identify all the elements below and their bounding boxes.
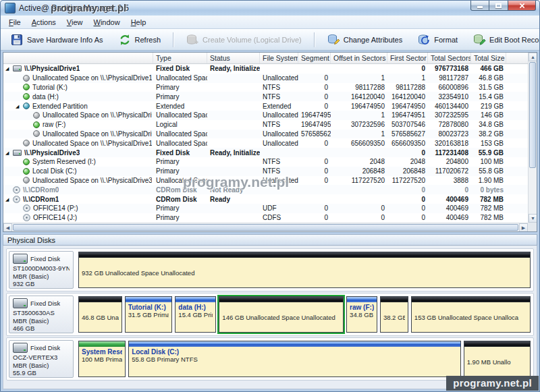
row-cell: Primary	[153, 93, 207, 101]
toolbar-separator	[314, 32, 315, 47]
row-cell: Unallocated	[260, 74, 298, 82]
edit-boot-records-button[interactable]: Edit Boot Records	[468, 32, 540, 48]
scrollbar-corner	[528, 223, 537, 231]
partition-bar[interactable]: raw (F:)34.8 GB	[346, 296, 377, 333]
row-cell: Unallocated Space	[153, 177, 207, 184]
refresh-button[interactable]: Refresh	[114, 32, 165, 48]
table-row[interactable]: OFFICE14 (P:)PrimaryUDF000400469782 MB	[3, 204, 528, 213]
disk-info-line: MBR (Basic)	[13, 362, 70, 370]
row-cell: NTFS	[260, 93, 298, 101]
table-row[interactable]: raw (F:)LogicalNTFS196474950307232596503…	[3, 120, 528, 130]
partition-bar[interactable]: data (H:)15.4 GB Primar	[175, 296, 216, 333]
expander-icon[interactable]	[5, 197, 13, 202]
row-cell: CDRom Disk	[153, 196, 207, 203]
table-row[interactable]: System Reserved (I:)PrimaryNTFS020482048…	[3, 157, 528, 167]
toolbar-button-label: Format	[434, 36, 458, 44]
row-cell: 503707546	[387, 121, 428, 128]
disk-strip: Fixed DiskST3500630ASMBR (Basic)466 GB46…	[6, 293, 534, 336]
scroll-left-icon[interactable]	[3, 223, 12, 232]
expander-icon[interactable]	[5, 150, 13, 155]
partition-bar[interactable]: 38.2 GB U	[380, 296, 408, 333]
maximize-button[interactable]	[489, 1, 508, 11]
close-icon	[519, 3, 525, 9]
menu-item-help[interactable]: Help	[126, 17, 152, 28]
table-row[interactable]: data (H:)PrimaryNTFS01641200401641200403…	[3, 92, 528, 101]
partition-bar[interactable]: Tutorial (K:)31.5 GB Primar	[125, 296, 173, 333]
minimize-button[interactable]	[470, 1, 489, 11]
row-label: \\.\PhysicalDrive3	[24, 149, 80, 157]
disk-info-top: Fixed Disk	[13, 343, 70, 353]
row-cell: NTFS	[260, 167, 298, 175]
app-icon[interactable]	[5, 3, 16, 13]
table-row[interactable]: Tutorial (K:)PrimaryNTFS0981172889811728…	[3, 83, 528, 92]
menu-item-actions[interactable]: Actions	[26, 17, 61, 28]
horizontal-scroll-thumb[interactable]	[13, 224, 518, 231]
partition-bar[interactable]: 1.90 MB Unallo	[464, 341, 531, 377]
table-row[interactable]: Unallocated Space on \\.\PhysicalDrive1U…	[3, 74, 528, 83]
column-header-segment[interactable]: Segment	[298, 53, 331, 63]
table-row[interactable]: \\.\CDRom0CDRom DiskNot Ready000 bytes	[3, 185, 528, 194]
change-attributes-button[interactable]: Change Attributes	[323, 32, 406, 48]
row-name-cell: \\.\PhysicalDrive1	[3, 65, 153, 72]
column-header-file-system[interactable]: File System	[260, 53, 298, 63]
row-label: OFFICE14 (J:)	[33, 214, 77, 221]
drive-icon	[13, 254, 28, 264]
row-cell: Extended	[260, 103, 298, 110]
partition-bar[interactable]: Local Disk (C:)55.8 GB Primary NTFS	[128, 341, 461, 377]
vertical-scroll-track[interactable]	[529, 169, 537, 214]
expander-icon[interactable]	[5, 66, 13, 71]
scroll-down-icon[interactable]	[529, 214, 537, 223]
column-header-name[interactable]	[3, 53, 153, 63]
save-hardware-info-as-button[interactable]: Save Hardware Info As	[6, 32, 107, 48]
unallocated-icon	[23, 75, 30, 82]
table-row[interactable]: \\.\PhysicalDrive1Fixed DiskReady, Initi…	[3, 64, 528, 74]
row-cell: 0	[298, 103, 331, 110]
table-row[interactable]: Unallocated Space on \\.\PhysicalDrive1U…	[3, 138, 528, 148]
title-bar[interactable]: Active@ Partition Manager 2.5 programy.n…	[1, 1, 539, 16]
menu-item-file[interactable]: File	[3, 17, 26, 28]
scroll-right-icon[interactable]	[519, 223, 528, 232]
partition-bar[interactable]: 46.8 GB Unallo	[78, 296, 122, 333]
table-row[interactable]: \\.\PhysicalDrive3Fixed DiskReady, Initi…	[3, 148, 528, 157]
menu-item-view[interactable]: View	[61, 17, 88, 28]
table-row[interactable]: Unallocated Space on \\.\PhysicalDrive1U…	[3, 130, 528, 139]
row-cell: Primary	[153, 167, 207, 175]
table-row[interactable]: Unallocated Space on \\.\PhysicalDrive3U…	[3, 176, 528, 186]
menu-item-window[interactable]: Window	[88, 17, 126, 28]
partition-bar[interactable]: 932 GB Unallocated Space Unallocated	[78, 252, 531, 288]
row-cell: 307232595	[428, 111, 471, 119]
disk-bars: 46.8 GB UnalloTutorial (K:)31.5 GB Prima…	[78, 296, 531, 333]
table-row[interactable]: \\.\CDRom1CDRom DiskReady0400469782 MB	[3, 194, 528, 204]
column-header-total-size[interactable]: Total Size	[471, 53, 506, 63]
partition-bar[interactable]: 146 GB Unallocated Space Unallocated	[219, 296, 344, 333]
partition-bar-title: raw (F:)	[350, 304, 374, 311]
format-button[interactable]: Format	[413, 32, 462, 48]
table-row[interactable]: Unallocated Space on \\.\PhysicalDrive1U…	[3, 111, 528, 120]
toolbar: Save Hardware Info AsRefreshCreate Volum…	[1, 29, 539, 51]
partition-bar-body: 153 GB Unallocated Space Unalloca	[412, 302, 530, 332]
vertical-scrollbar[interactable]	[528, 53, 537, 223]
disk-info-top: Fixed Disk	[13, 298, 70, 308]
window-title: Active@ Partition Manager 2.5	[19, 3, 129, 13]
column-header-status[interactable]: Status	[207, 53, 260, 63]
volume-icon	[23, 93, 30, 100]
column-header-offset-in-sectors[interactable]: Offset in Sectors	[331, 53, 387, 63]
table-row[interactable]: OFFICE14 (J:)PrimaryCDFS000400469782 MB	[3, 213, 528, 223]
row-cell: 98117288	[387, 84, 428, 91]
partition-bar[interactable]: System Reserv100 MB Primary N	[78, 341, 126, 377]
table-row[interactable]: Extended PartitionExtendedExtended019647…	[3, 101, 528, 111]
vertical-scroll-thumb[interactable]	[529, 62, 536, 168]
horizontal-scrollbar[interactable]	[3, 223, 528, 231]
column-header-type[interactable]: Type	[153, 53, 207, 63]
close-button[interactable]	[508, 1, 536, 11]
partition-bar-label: 34.8 GB	[350, 311, 374, 318]
table-row[interactable]: Local Disk (C:)PrimaryNTFS02068482068481…	[3, 167, 528, 176]
partition-bar-body: Tutorial (K:)31.5 GB Primar	[126, 302, 172, 332]
expander-icon[interactable]	[16, 104, 23, 109]
row-cell: 400469	[428, 196, 471, 203]
partition-bar[interactable]: 153 GB Unallocated Space Unalloca	[411, 296, 531, 333]
column-header-first-sector[interactable]: First Sector	[387, 53, 428, 63]
scroll-up-icon[interactable]	[529, 53, 537, 61]
column-header-total-sectors[interactable]: Total Sectors	[428, 53, 471, 63]
partition-bar-label: 1.90 MB Unallo	[467, 358, 527, 366]
